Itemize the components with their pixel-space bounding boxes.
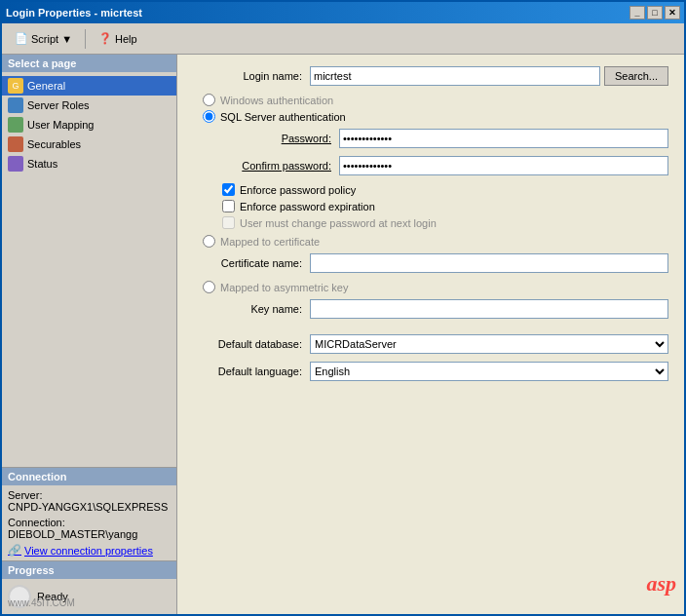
key-name-label: Key name: <box>193 303 310 315</box>
connection-content: Server: CNPD-YANGGX1\SQLEXPRESS Connecti… <box>2 485 176 560</box>
sidebar-item-label: Status <box>27 158 57 170</box>
enforce-policy-label: Enforce password policy <box>240 184 356 196</box>
confirm-password-input[interactable] <box>339 156 668 175</box>
maximize-button[interactable]: □ <box>647 6 663 19</box>
sidebar-item-label: General <box>27 80 65 92</box>
sidebar-item-label: Server Roles <box>27 99 90 111</box>
mapped-certificate-radio[interactable] <box>203 235 215 248</box>
password-row: Password: <box>222 129 668 148</box>
help-icon: ❓ <box>98 32 112 45</box>
user-must-change-row: User must change password at next login <box>222 216 668 229</box>
certificate-name-row: Certificate name: <box>193 253 668 273</box>
divider <box>193 327 668 334</box>
server-value: CNPD-YANGGX1\SQLEXPRESS <box>8 501 168 513</box>
general-icon: G <box>8 78 23 94</box>
user-must-change-label: User must change password at next login <box>240 217 437 229</box>
sidebar-item-user-mapping[interactable]: User Mapping <box>2 115 176 135</box>
help-button[interactable]: ❓ Help <box>92 28 144 49</box>
minimize-button[interactable]: _ <box>629 6 645 19</box>
enforce-policy-checkbox[interactable] <box>222 183 235 196</box>
enforce-expiration-label: Enforce password expiration <box>240 201 375 212</box>
user-must-change-checkbox[interactable] <box>222 216 235 229</box>
confirm-password-row: Confirm password: <box>222 156 668 175</box>
script-dropdown-icon: ▼ <box>61 33 72 45</box>
login-name-row: Login name: Search... <box>193 66 668 86</box>
password-label: Password: <box>222 133 339 144</box>
close-button[interactable]: ✕ <box>665 6 680 19</box>
connection-value: DIEBOLD_MASTER\yangg <box>8 528 137 540</box>
connection-section-label: Connection <box>2 468 176 485</box>
window-body: 📄 Script ▼ ❓ Help Select a page G <box>2 23 684 614</box>
window-controls: _ □ ✕ <box>629 6 680 19</box>
password-input[interactable] <box>339 129 668 148</box>
mapped-certificate-label: Mapped to certificate <box>220 236 320 248</box>
windows-auth-row: Windows authentication <box>203 94 668 106</box>
login-properties-window: Login Properties - micrtest _ □ ✕ 📄 Scri… <box>0 0 686 616</box>
certificate-name-label: Certificate name: <box>193 257 310 269</box>
login-name-label: Login name: <box>193 70 310 82</box>
key-name-input[interactable] <box>310 299 668 319</box>
default-database-dropdown[interactable]: MICRDataServer master tempdb <box>310 334 668 354</box>
sql-auth-label: SQL Server authentication <box>220 111 346 123</box>
sql-auth-row: SQL Server authentication <box>203 110 668 123</box>
default-database-row: Default database: MICRDataServer master … <box>193 334 668 354</box>
auth-radio-group: Windows authentication SQL Server authen… <box>193 94 668 123</box>
default-database-label: Default database: <box>193 338 310 350</box>
progress-status: Ready <box>37 591 68 602</box>
progress-section-label: Progress <box>2 561 176 579</box>
sidebar: Select a page G General Server Roles <box>2 55 177 614</box>
asymmetric-group: Mapped to asymmetric key <box>193 281 668 293</box>
main-layout: Select a page G General Server Roles <box>2 55 684 614</box>
default-language-label: Default language: <box>193 366 310 377</box>
mapped-asymmetric-label: Mapped to asymmetric key <box>220 282 348 293</box>
progress-content: Ready <box>2 579 176 614</box>
toolbar: 📄 Script ▼ ❓ Help <box>2 23 684 55</box>
securables-icon <box>8 136 23 152</box>
select-page-label: Select a page <box>2 55 176 72</box>
login-name-input[interactable] <box>310 66 600 86</box>
sidebar-item-status[interactable]: Status <box>2 154 176 173</box>
link-icon: 🔗 <box>8 544 21 557</box>
toolbar-separator <box>85 29 86 49</box>
key-name-row: Key name: <box>193 299 668 319</box>
server-label: Server: CNPD-YANGGX1\SQLEXPRESS <box>8 489 171 513</box>
script-label: Script <box>31 33 58 45</box>
default-database-select[interactable]: MICRDataServer master tempdb <box>311 335 667 353</box>
enforce-expiration-checkbox[interactable] <box>222 200 235 212</box>
confirm-password-label: Confirm password: <box>222 160 339 172</box>
status-icon <box>8 156 23 172</box>
password-options: Enforce password policy Enforce password… <box>222 183 668 229</box>
windows-auth-radio[interactable] <box>203 94 215 106</box>
certificate-group: Mapped to certificate <box>193 235 668 248</box>
windows-auth-label: Windows authentication <box>220 95 333 106</box>
enforce-expiration-row: Enforce password expiration <box>222 200 668 212</box>
default-language-dropdown[interactable]: English Français Deutsch <box>310 362 668 381</box>
mapped-certificate-row: Mapped to certificate <box>203 235 668 248</box>
password-section: Password: Confirm password: <box>193 129 668 229</box>
sidebar-connection: Connection Server: CNPD-YANGGX1\SQLEXPRE… <box>2 467 176 560</box>
sidebar-progress: Progress Ready <box>2 560 176 614</box>
sql-auth-radio[interactable] <box>203 110 215 123</box>
server-roles-icon <box>8 97 23 113</box>
window-title: Login Properties - micrtest <box>6 7 142 19</box>
search-button[interactable]: Search... <box>604 66 668 86</box>
enforce-policy-row: Enforce password policy <box>222 183 668 196</box>
script-button[interactable]: 📄 Script ▼ <box>8 28 79 49</box>
connection-label: Connection: DIEBOLD_MASTER\yangg <box>8 517 171 540</box>
mapped-asymmetric-row: Mapped to asymmetric key <box>203 281 668 293</box>
sidebar-item-general[interactable]: G General <box>2 76 176 96</box>
sidebar-item-label: User Mapping <box>27 119 94 131</box>
title-bar: Login Properties - micrtest _ □ ✕ <box>2 2 684 23</box>
default-language-row: Default language: English Français Deuts… <box>193 362 668 381</box>
sidebar-items: G General Server Roles Us <box>2 74 176 175</box>
help-label: Help <box>115 33 137 45</box>
view-connection-link[interactable]: 🔗 View connection properties <box>8 544 171 557</box>
certificate-name-input[interactable] <box>310 253 668 273</box>
sidebar-item-label: Securables <box>27 138 81 150</box>
sidebar-item-securables[interactable]: Securables <box>2 135 176 154</box>
sidebar-item-server-roles[interactable]: Server Roles <box>2 96 176 115</box>
mapped-asymmetric-radio[interactable] <box>203 281 215 293</box>
user-mapping-icon <box>8 117 23 133</box>
content-area: Login name: Search... Windows authentica… <box>177 55 684 614</box>
default-language-select[interactable]: English Français Deutsch <box>311 363 667 380</box>
